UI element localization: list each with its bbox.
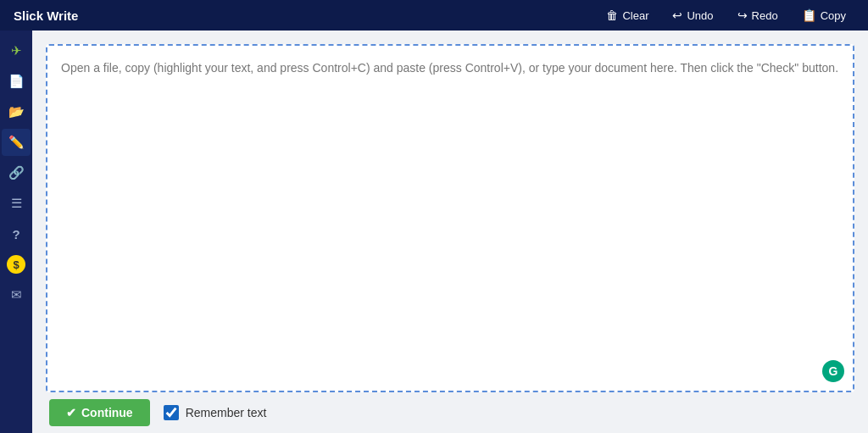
- send-icon: ✈: [11, 43, 22, 58]
- remember-label[interactable]: Remember text: [164, 405, 267, 420]
- help-icon: ?: [12, 227, 19, 241]
- redo-button[interactable]: ↪ Redo: [729, 5, 787, 25]
- undo-button[interactable]: ↩ Undo: [664, 5, 721, 25]
- list-icon: ☰: [11, 196, 22, 211]
- sidebar: ✈ 📄 📂 ✏️ 🔗 ☰ ? $ ✉: [0, 31, 32, 433]
- editor-wrapper: G: [46, 44, 854, 392]
- grammarly-icon[interactable]: G: [822, 360, 844, 382]
- edit-icon: ✏️: [8, 135, 25, 150]
- sidebar-item-list[interactable]: ☰: [2, 190, 31, 217]
- bottombar: ✔ Continue Remember text: [46, 392, 854, 433]
- trash-icon: 🗑: [606, 8, 618, 22]
- text-editor[interactable]: [47, 46, 853, 391]
- copy-button[interactable]: 📋 Copy: [793, 5, 854, 25]
- undo-icon: ↩: [672, 8, 682, 22]
- continue-button[interactable]: ✔ Continue: [49, 399, 150, 426]
- sidebar-item-folder[interactable]: 📂: [2, 98, 31, 125]
- sidebar-item-premium[interactable]: $: [2, 251, 31, 278]
- sidebar-item-mail[interactable]: ✉: [2, 281, 31, 308]
- checkmark-icon: ✔: [66, 406, 76, 419]
- copy-icon: 📋: [802, 8, 816, 22]
- sidebar-item-link[interactable]: 🔗: [2, 159, 31, 186]
- content-area: G ✔ Continue Remember text: [32, 31, 868, 433]
- clear-button[interactable]: 🗑 Clear: [598, 5, 657, 25]
- link-icon: 🔗: [8, 165, 25, 180]
- sidebar-item-send[interactable]: ✈: [2, 37, 31, 64]
- app-title: Slick Write: [14, 8, 598, 23]
- redo-icon: ↪: [737, 8, 748, 22]
- sidebar-item-help[interactable]: ?: [2, 220, 31, 247]
- file-icon: 📄: [8, 74, 25, 89]
- sidebar-item-edit[interactable]: ✏️: [2, 129, 31, 156]
- main-layout: ✈ 📄 📂 ✏️ 🔗 ☰ ? $ ✉ G: [0, 31, 868, 433]
- topbar-actions: 🗑 Clear ↩ Undo ↪ Redo 📋 Copy: [598, 5, 854, 25]
- premium-badge: $: [7, 255, 25, 274]
- topbar: Slick Write 🗑 Clear ↩ Undo ↪ Redo 📋 Copy: [0, 0, 868, 31]
- sidebar-item-file[interactable]: 📄: [2, 68, 31, 95]
- remember-checkbox[interactable]: [164, 405, 179, 420]
- folder-icon: 📂: [8, 104, 25, 119]
- mail-icon: ✉: [11, 287, 22, 303]
